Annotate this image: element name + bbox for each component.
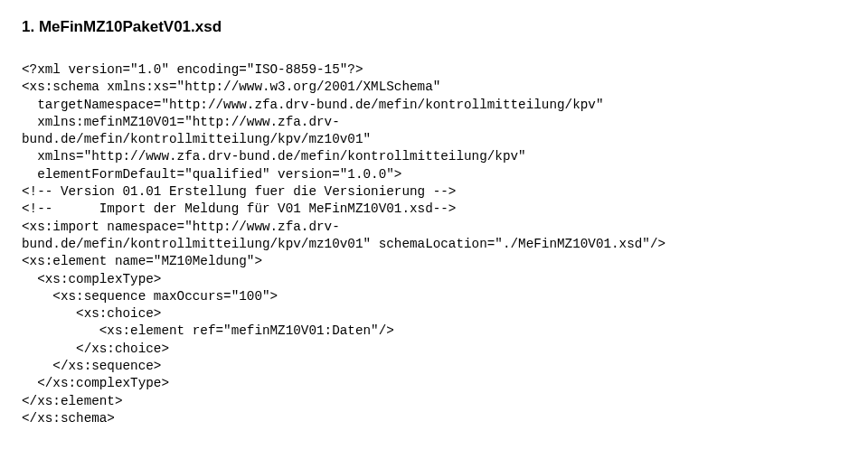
section-heading: 1. MeFinMZ10PaketV01.xsd [22,18,846,36]
xml-code-block: <?xml version="1.0" encoding="ISO-8859-1… [22,61,846,427]
